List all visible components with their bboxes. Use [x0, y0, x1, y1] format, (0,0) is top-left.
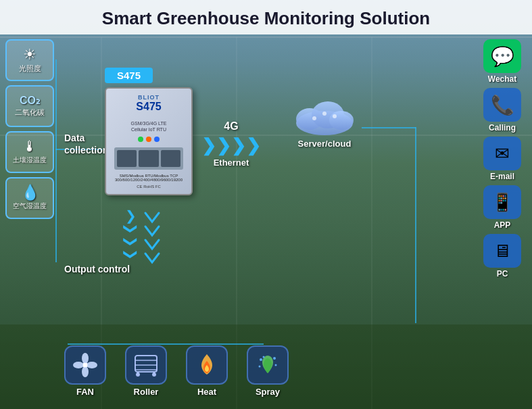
port-1 — [117, 150, 137, 167]
svg-point-15 — [82, 353, 89, 364]
output-fan: FAN — [61, 345, 110, 397]
svg-point-12 — [322, 112, 327, 116]
arrow1: ❯ — [201, 135, 216, 156]
device-leds — [138, 137, 160, 142]
svg-point-31 — [275, 364, 277, 366]
comm-email: ✉ E-mail — [478, 137, 527, 181]
led-orange — [146, 137, 151, 142]
soil-icon: 🌡 — [22, 139, 37, 154]
down-arrows-section: ❯ ❯ ❯ ❯ — [125, 210, 137, 261]
comm-wechat: 💬 Wechat — [478, 39, 527, 84]
heat-svg-icon — [193, 352, 220, 379]
calling-label: Calling — [489, 123, 516, 133]
comm-pc: 🖥 PC — [478, 234, 527, 279]
device-cert: CE RoHS FC — [137, 185, 161, 189]
sensors-column: ☀ 光照度 CO₂ 二氧化碳 🌡 土壤湿温度 💧 空气湿温度 — [5, 39, 54, 219]
spray-icon-box — [247, 345, 289, 385]
right-vertical-line — [415, 127, 416, 323]
device-box: BLIOT S475 GSM/3G/4G LTE Cellular IoT RT… — [105, 87, 193, 195]
down-arrow-2: ❯ — [124, 223, 137, 235]
connection-4g-label: 4G — [224, 120, 238, 133]
cloud-to-comm-line — [362, 127, 416, 128]
sensor-co2: CO₂ 二氧化碳 — [5, 85, 54, 127]
output-heat: Heat — [183, 345, 231, 397]
svg-point-16 — [87, 362, 97, 368]
svg-point-13 — [333, 114, 337, 118]
sensor-co2-label: 二氧化碳 — [15, 107, 45, 118]
air-icon: 💧 — [21, 185, 39, 200]
wechat-label: Wechat — [488, 74, 516, 84]
fan-icon-box — [64, 345, 106, 385]
wechat-icon-box: 💬 — [483, 39, 521, 73]
co2-icon: CO₂ — [20, 95, 40, 106]
server-cloud-label: Server/cloud — [298, 139, 352, 149]
arrow2: ❯ — [216, 135, 231, 156]
down-chevrons-svg — [142, 210, 162, 270]
arrow3: ❯ — [231, 135, 246, 156]
output-roller: Roller — [122, 345, 170, 397]
led-blue — [154, 137, 160, 142]
data-collection-label: Data collection — [64, 132, 108, 156]
spray-label: Spray — [256, 387, 280, 397]
sensor-air: 💧 空气湿温度 — [5, 177, 54, 219]
port-3 — [161, 150, 181, 167]
svg-point-29 — [273, 357, 276, 360]
sensor-light: ☀ 光照度 — [5, 39, 54, 81]
comm-app: 📱 APP — [478, 185, 527, 230]
device-desc: GSM/3G/4G LTE Cellular IoT RTU — [131, 114, 167, 133]
calling-icon: 📞 — [491, 94, 514, 116]
fan-svg-icon — [72, 352, 99, 379]
email-icon: ✉ — [495, 143, 510, 164]
sensor-soil: 🌡 土壤湿温度 — [5, 131, 54, 173]
output-control-label: Output control — [64, 264, 130, 274]
roller-label: Roller — [134, 387, 159, 397]
app-icon-box: 📱 — [483, 185, 521, 219]
device-brand: BLIOT — [138, 94, 160, 101]
pc-icon: 🖥 — [493, 241, 511, 262]
cloud-svg — [291, 95, 358, 139]
output-devices-row: FAN Roller — [61, 345, 292, 397]
device-label: S475 — [105, 68, 153, 83]
svg-point-32 — [263, 356, 265, 358]
svg-point-19 — [83, 363, 87, 367]
right-arrows: ❯ ❯ ❯ ❯ — [201, 135, 261, 156]
svg-point-11 — [312, 116, 316, 120]
app-label: APP — [494, 220, 511, 230]
roller-icon-box — [125, 345, 167, 385]
calling-icon-box: 📞 — [483, 88, 521, 122]
fan-label: FAN — [76, 387, 94, 397]
output-spray: Spray — [243, 345, 292, 397]
email-icon-box: ✉ — [483, 137, 521, 170]
svg-point-18 — [73, 362, 84, 368]
sensor-air-label: 空气湿温度 — [13, 201, 47, 211]
arrow4: ❯ — [246, 135, 261, 156]
pc-icon-box: 🖥 — [483, 234, 521, 268]
chevrons-down — [142, 210, 162, 270]
sensor-connector-line — [55, 59, 57, 262]
output-h-line — [68, 343, 264, 345]
app-icon: 📱 — [491, 192, 513, 213]
connection-arrows: 4G ❯ ❯ ❯ ❯ Ethernet — [201, 120, 261, 168]
heat-label: Heat — [197, 387, 216, 397]
svg-point-30 — [259, 366, 261, 368]
spray-svg-icon — [254, 352, 281, 379]
page-title: Smart Greenhouse Monitoring Solution — [0, 0, 532, 34]
svg-point-17 — [82, 366, 89, 377]
down-arrow-3: ❯ — [124, 236, 137, 247]
sensor-light-label: 光照度 — [19, 64, 41, 74]
device-ports — [114, 147, 184, 170]
roller-svg-icon — [132, 353, 160, 377]
port-2 — [139, 150, 159, 167]
pc-label: PC — [497, 269, 508, 279]
device-model: S475 — [136, 101, 161, 113]
light-icon: ☀ — [23, 47, 37, 62]
wechat-icon: 💬 — [491, 45, 514, 68]
device-sub-desc: SMS/Modbus RTU/Modbus TCP 300/600/1200/2… — [115, 174, 183, 182]
comm-calling: 📞 Calling — [478, 88, 527, 133]
ethernet-label: Ethernet — [214, 158, 249, 168]
comm-column: 💬 Wechat 📞 Calling ✉ E-mail 📱 APP 🖥 — [478, 39, 527, 279]
main-content: Smart Greenhouse Monitoring Solution ☀ 光… — [0, 0, 532, 409]
server-section: Server/cloud — [291, 95, 358, 149]
heat-icon-box — [186, 345, 228, 385]
device-section: S475 BLIOT S475 GSM/3G/4G LTE Cellular I… — [105, 68, 193, 195]
